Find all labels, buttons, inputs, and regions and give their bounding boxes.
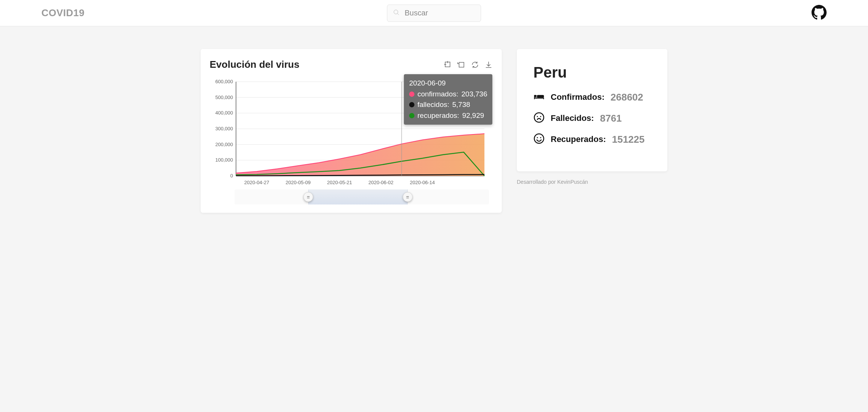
stat-value: 151225 [612,134,645,145]
zoom-handle-right[interactable]: = [403,192,413,202]
zoom-slider[interactable]: = = [235,189,489,204]
stats-card: Peru Confirmados: 268602 Fallecidos: 876… [517,49,667,171]
svg-point-0 [394,10,398,14]
zoom-handle-left[interactable]: = [303,192,313,202]
zoom-area-icon[interactable] [444,61,452,69]
svg-rect-5 [459,62,464,67]
chart-plot[interactable]: 0100,000200,000300,000400,000500,000600,… [210,74,488,187]
svg-text:2020-06-14: 2020-06-14 [410,180,435,185]
svg-text:2020-04-27: 2020-04-27 [244,180,270,185]
svg-text:400,000: 400,000 [215,110,233,116]
svg-text:500,000: 500,000 [215,95,233,100]
chart-body: 0100,000200,000300,000400,000500,000600,… [210,74,493,187]
svg-point-35 [535,113,544,122]
svg-rect-31 [537,95,544,98]
stat-label: Fallecidos: [551,113,594,123]
zoom-selection [308,189,408,204]
chart-card: Evolución del virus 0100,000200,000300,0… [201,49,502,213]
svg-point-36 [537,116,538,117]
stat-row-recuperados: Recuperados: 151225 [533,133,651,146]
stat-label: Recuperados: [551,134,606,144]
search-icon [393,9,400,18]
page-content: Evolución del virus 0100,000200,000300,0… [201,26,667,228]
github-icon [812,15,827,21]
stat-row-confirmados: Confirmados: 268602 [533,91,651,104]
svg-text:2020-06-02: 2020-06-02 [369,180,394,185]
credit-text: Desarrollado por KevinPuscán [517,179,667,185]
svg-text:100,000: 100,000 [215,157,233,163]
svg-text:0: 0 [230,173,233,179]
svg-point-38 [535,134,544,143]
svg-text:300,000: 300,000 [215,126,233,131]
stat-value: 268602 [611,92,643,103]
svg-rect-34 [543,98,544,99]
refresh-icon[interactable] [471,61,479,69]
stat-label: Confirmados: [551,92,605,102]
svg-text:600,000: 600,000 [215,79,233,84]
stat-row-fallecidos: Fallecidos: 8761 [533,112,651,125]
search-input[interactable] [405,9,500,17]
country-name: Peru [533,64,651,81]
stats-column: Peru Confirmados: 268602 Fallecidos: 876… [517,49,667,185]
stat-value: 8761 [600,113,622,124]
svg-text:200,000: 200,000 [215,142,233,147]
svg-rect-33 [534,95,535,99]
download-icon[interactable] [484,61,493,69]
top-bar: COVID19 [0,0,868,26]
sad-face-icon [533,112,545,125]
chart-tools [444,61,493,69]
happy-face-icon [533,133,545,146]
svg-text:2020-05-21: 2020-05-21 [327,180,352,185]
search-container [387,5,481,22]
zoom-back-icon[interactable] [457,61,466,69]
svg-point-39 [537,137,538,138]
chart-title: Evolución del virus [210,59,299,70]
svg-point-40 [540,137,541,138]
search-box[interactable] [387,5,481,22]
svg-text:2020-05-09: 2020-05-09 [286,180,311,185]
svg-point-37 [540,116,541,117]
github-link[interactable] [812,5,827,21]
chart-header: Evolución del virus [210,59,493,70]
bed-icon [533,91,545,104]
svg-rect-32 [534,98,544,99]
svg-line-1 [397,13,399,15]
brand-title: COVID19 [41,7,85,19]
